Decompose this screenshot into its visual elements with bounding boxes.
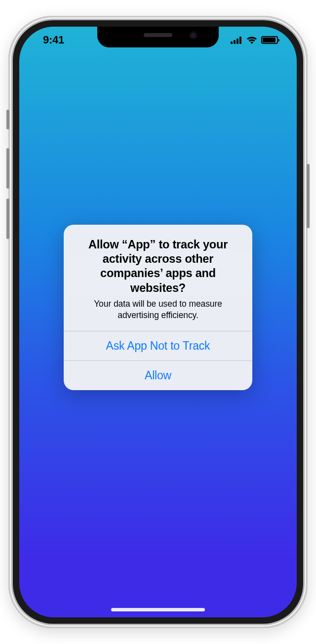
alert-header: Allow “App” to track your activity acros… (64, 225, 252, 331)
side-power-button (307, 164, 310, 228)
front-camera (189, 31, 198, 40)
svg-rect-0 (231, 41, 233, 44)
screen: 9:41 (19, 27, 297, 617)
wifi-icon (246, 36, 257, 44)
battery-icon (261, 36, 278, 44)
status-time: 9:41 (43, 34, 64, 46)
iphone-device-frame: 9:41 (8, 16, 308, 628)
allow-button[interactable]: Allow (64, 361, 252, 390)
status-icons (231, 36, 278, 44)
svg-rect-3 (239, 37, 241, 44)
alert-backdrop: Allow “App” to track your activity acros… (19, 27, 297, 617)
app-tracking-alert: Allow “App” to track your activity acros… (64, 225, 252, 390)
cellular-signal-icon (231, 37, 242, 44)
svg-rect-1 (234, 40, 236, 44)
volume-down-button (6, 199, 9, 239)
silence-switch (6, 110, 9, 129)
svg-rect-2 (237, 39, 238, 44)
home-indicator[interactable] (111, 608, 205, 611)
ask-app-not-to-track-button[interactable]: Ask App Not to Track (64, 331, 252, 361)
notch (97, 27, 219, 47)
alert-title: Allow “App” to track your activity acros… (76, 238, 240, 296)
alert-subtitle: Your data will be used to measure advert… (76, 298, 240, 321)
speaker-grille (144, 33, 172, 37)
volume-up-button (6, 148, 9, 189)
